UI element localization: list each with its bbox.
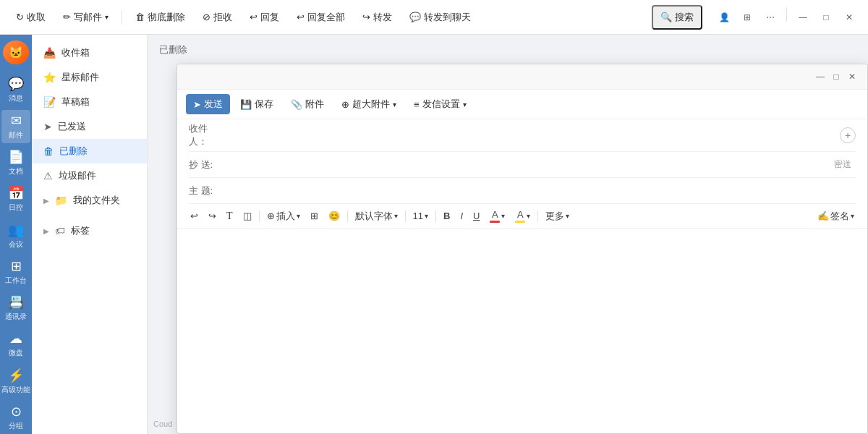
- highlight-button[interactable]: A ▾: [511, 207, 535, 225]
- italic-button[interactable]: I: [456, 208, 467, 224]
- expand-icon: ▶: [43, 197, 49, 205]
- deleted-icon: 🗑: [43, 145, 54, 157]
- save-button[interactable]: 💾 保存: [233, 94, 281, 114]
- reject-button[interactable]: ⊘ 拒收: [195, 7, 239, 27]
- cloud-icon: ☁: [9, 331, 22, 346]
- modal-minimize-button[interactable]: —: [812, 69, 828, 85]
- minimize-button[interactable]: —: [793, 7, 813, 27]
- editor-divider-4: [435, 210, 436, 222]
- undo-icon: ↩: [190, 210, 198, 221]
- size-dropdown-icon: ▾: [425, 212, 428, 220]
- bold-button[interactable]: B: [439, 208, 454, 224]
- modal-maximize-button[interactable]: □: [828, 69, 844, 85]
- underline-button[interactable]: U: [469, 208, 484, 224]
- groups-icon: ⊙: [11, 404, 22, 420]
- cc-field-row: 抄 送: 密送: [189, 152, 856, 178]
- highlight-indicator: [515, 221, 525, 223]
- settings-dropdown-icon: ▾: [463, 101, 467, 109]
- sidebar-item-advanced[interactable]: ⚡ 高级功能: [1, 364, 30, 397]
- signature-dropdown-icon: ▾: [851, 212, 854, 220]
- tags-expand-icon: ▶: [43, 227, 49, 235]
- nav-item-drafts[interactable]: 📝 草稿箱: [32, 90, 147, 114]
- myfolders-icon: 📁: [55, 195, 67, 206]
- nav-spacer: [32, 213, 147, 218]
- nav-item-spam[interactable]: ⚠ 垃圾邮件: [32, 163, 147, 188]
- font-size-button[interactable]: 11 ▾: [409, 208, 433, 224]
- receive-icon: ↻: [16, 12, 24, 22]
- avatar[interactable]: 🐱: [3, 41, 29, 64]
- maximize-button[interactable]: □: [816, 7, 836, 27]
- compose-titlebar: — □ ✕: [177, 64, 867, 90]
- sidebar-item-workspace[interactable]: ⊞ 工作台: [1, 255, 30, 289]
- more-button[interactable]: ⋯: [760, 7, 780, 27]
- insert-button[interactable]: ⊕ 插入 ▾: [263, 208, 305, 225]
- undo-button[interactable]: ↩: [186, 208, 203, 224]
- clear-format-button[interactable]: T: [222, 208, 237, 224]
- nav-item-tags[interactable]: ▶ 🏷 标签: [32, 218, 147, 243]
- large-attachment-button[interactable]: ⊕ 超大附件 ▾: [334, 94, 404, 114]
- settings-button[interactable]: ≡ 发信设置 ▾: [407, 94, 474, 114]
- sidebar-item-mail[interactable]: ✉ 邮件: [1, 110, 30, 143]
- compose-button[interactable]: ✏ 写邮件 ▾: [56, 7, 116, 27]
- nav-item-inbox[interactable]: 📥 收件箱: [32, 41, 147, 65]
- sidebar-item-docs[interactable]: 📄 文档: [1, 146, 30, 179]
- layout-button[interactable]: ⊞: [737, 7, 757, 27]
- starred-icon: ⭐: [43, 72, 56, 83]
- sidebar-item-groups[interactable]: ⊙ 分组: [1, 401, 30, 434]
- nav-item-deleted[interactable]: 🗑 已删除: [32, 139, 147, 163]
- signature-button[interactable]: ✍ 签名 ▾: [813, 208, 859, 225]
- highlight-dropdown-icon: ▾: [527, 212, 530, 220]
- sidebar-item-calendar[interactable]: 📅 日控: [1, 182, 30, 216]
- compose-fields: 收件人： + 抄 送: 密送 主 题:: [177, 119, 867, 204]
- font-color-indicator: [490, 221, 500, 223]
- sidebar-item-meeting[interactable]: 👥 会议: [1, 218, 30, 252]
- profile-button[interactable]: 👤: [714, 7, 734, 27]
- forward-icon: ↪: [362, 12, 370, 22]
- top-toolbar: ↻ 收取 ✏ 写邮件 ▾ 🗑 彻底删除 ⊘ 拒收 ↩ 回复 ↩ 回复全部 ↪ 转…: [0, 0, 868, 35]
- window-controls: 👤 ⊞ ⋯ — □ ✕: [714, 7, 859, 27]
- reply-all-icon: ↩: [297, 12, 305, 22]
- attachment-button[interactable]: 📎 附件: [284, 94, 331, 114]
- font-color-dropdown-icon: ▾: [501, 212, 505, 220]
- more-button[interactable]: 更多 ▾: [541, 208, 574, 225]
- compose-dropdown-icon: ▾: [105, 13, 109, 21]
- sidebar-item-contacts[interactable]: 📇 通讯录: [1, 292, 30, 325]
- font-color-button[interactable]: A ▾: [485, 207, 509, 225]
- add-recipient-button[interactable]: +: [840, 127, 856, 143]
- delete-button[interactable]: 🗑 彻底删除: [128, 7, 192, 27]
- table-button[interactable]: ⊞: [306, 208, 323, 224]
- signature-icon: ✍: [817, 210, 829, 221]
- modal-close-button[interactable]: ✕: [844, 69, 860, 85]
- nav-sidebar: 📥 收件箱 ⭐ 星标邮件 📝 草稿箱 ➤ 已发送 🗑 已删除 ⚠ 垃圾邮件 ▶ …: [32, 35, 148, 434]
- editor-divider-3: [405, 210, 406, 222]
- eraser-button[interactable]: ◫: [239, 208, 256, 224]
- delete-icon: 🗑: [135, 12, 145, 22]
- editor-body[interactable]: [177, 229, 867, 433]
- nav-item-starred[interactable]: ⭐ 星标邮件: [32, 65, 147, 90]
- large-attachment-dropdown-icon: ▾: [393, 101, 396, 109]
- sidebar-item-news[interactable]: 💬 消息: [1, 73, 30, 106]
- search-button[interactable]: 🔍 搜索: [652, 5, 702, 30]
- tags-icon: 🏷: [55, 225, 65, 237]
- eraser-icon: ◫: [243, 210, 252, 221]
- emoji-button[interactable]: 😊: [324, 208, 344, 224]
- close-button[interactable]: ✕: [839, 7, 859, 27]
- forward-button[interactable]: ↪ 转发: [355, 7, 399, 27]
- cc-input[interactable]: [225, 159, 830, 170]
- nav-item-sent[interactable]: ➤ 已发送: [32, 114, 147, 139]
- nav-item-myfolders[interactable]: ▶ 📁 我的文件夹: [32, 188, 147, 213]
- reply-button[interactable]: ↩ 回复: [242, 7, 286, 27]
- reply-all-button[interactable]: ↩ 回复全部: [289, 7, 352, 27]
- send-icon: ➤: [193, 99, 201, 110]
- redo-button[interactable]: ↪: [204, 208, 221, 224]
- redo-icon: ↪: [208, 210, 216, 221]
- send-button[interactable]: ➤ 发送: [186, 94, 230, 114]
- subject-field-row: 主 题:: [189, 178, 856, 204]
- bcc-button[interactable]: 密送: [830, 157, 856, 172]
- to-input[interactable]: [225, 130, 840, 141]
- sidebar-item-cloud[interactable]: ☁ 微盘: [1, 328, 30, 361]
- receive-button[interactable]: ↻ 收取: [9, 7, 53, 27]
- chat-forward-button[interactable]: 💬 转发到聊天: [402, 7, 478, 27]
- subject-input[interactable]: [225, 185, 856, 196]
- font-button[interactable]: 默认字体 ▾: [351, 208, 402, 225]
